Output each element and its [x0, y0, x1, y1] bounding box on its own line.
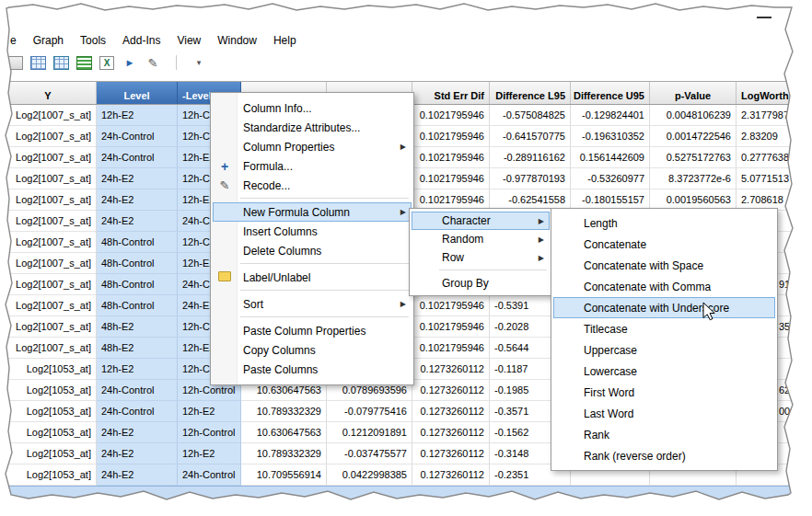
cell-y[interactable]: Log2[1007_s_at]: [0, 189, 97, 211]
formula-edit-icon[interactable]: ✎: [144, 54, 162, 71]
menu-item-column-info[interactable]: Column Info...: [213, 98, 412, 118]
menu-item-paste-columns[interactable]: Paste Columns: [213, 360, 412, 379]
menu-item-sort[interactable]: Sort▶: [213, 294, 412, 314]
cell-level2[interactable]: 12h-Control: [178, 422, 241, 443]
cell-lw[interactable]: 5.0771513: [737, 168, 812, 189]
cell-p[interactable]: 0.5275172763: [650, 147, 737, 168]
cell-level[interactable]: 24h-Control: [97, 126, 178, 147]
minimize-button[interactable]: [757, 17, 771, 18]
cell-se[interactable]: 0.1273260112: [412, 401, 490, 422]
chart-icon[interactable]: [75, 54, 93, 71]
cell-y[interactable]: Log2[1007_s_at]: [0, 105, 97, 126]
cell-p[interactable]: 0.0048106239: [650, 105, 737, 126]
cell-level[interactable]: 24h-Control: [97, 401, 178, 422]
menu-item-paste-column-properties[interactable]: Paste Column Properties: [213, 321, 412, 340]
cell-level[interactable]: 48h-E2: [97, 316, 178, 338]
cell-l95[interactable]: -0.977870193: [490, 168, 571, 189]
column-header-y[interactable]: Y: [0, 82, 97, 104]
cell-u95[interactable]: -0.196310352: [571, 126, 650, 147]
cell-c3[interactable]: 10.709556914: [241, 464, 327, 486]
cell-y[interactable]: Log2[1007_s_at]: [0, 274, 97, 295]
column-header-l95[interactable]: Difference L95: [490, 82, 571, 104]
cell-level[interactable]: 48h-Control: [97, 232, 178, 253]
cell-y[interactable]: Log2[1053_at]: [0, 443, 97, 464]
menu-item-copy-columns[interactable]: Copy Columns: [213, 340, 412, 360]
menu-item-insert-columns[interactable]: Insert Columns: [213, 222, 412, 241]
cell-level2[interactable]: 12h-E2: [178, 443, 241, 464]
column-header-p[interactable]: p-Value: [650, 82, 737, 104]
menu-item-column-properties[interactable]: Column Properties▶: [213, 137, 412, 156]
cell-y[interactable]: Log2[1007_s_at]: [0, 147, 97, 168]
cell-level[interactable]: 24h-E2: [97, 189, 178, 211]
cell-y[interactable]: Log2[1007_s_at]: [0, 316, 97, 338]
cell-y[interactable]: Log2[1053_at]: [0, 464, 97, 486]
menu-item-add-ins[interactable]: Add-Ins: [114, 31, 168, 50]
split-table-icon[interactable]: [52, 54, 70, 71]
menu-item-formula[interactable]: +Formula...: [213, 156, 412, 176]
cell-level2[interactable]: 12h-E2: [178, 401, 241, 422]
column-header-level[interactable]: Level: [97, 82, 178, 104]
excel-import-icon[interactable]: X: [98, 54, 116, 71]
menu-item-tools[interactable]: Tools: [72, 31, 114, 50]
cell-p[interactable]: 0.0014722546: [650, 126, 737, 147]
cell-l95[interactable]: -0.289116162: [490, 147, 571, 168]
menu-item-titlecase[interactable]: Titlecase: [553, 318, 775, 339]
cell-c4[interactable]: 0.1212091891: [327, 422, 412, 443]
cell-l95[interactable]: -0.575084825: [490, 105, 571, 126]
menu-item-random[interactable]: Random▶: [412, 230, 550, 248]
cell-c3[interactable]: 10.630647563: [241, 422, 327, 443]
cell-c4[interactable]: -0.079775416: [327, 401, 412, 422]
cell-u95[interactable]: -0.129824401: [571, 105, 650, 126]
menu-item-window[interactable]: Window: [209, 31, 265, 50]
cell-se[interactable]: 0.1021795946: [412, 147, 490, 168]
menu-item-last-word[interactable]: Last Word: [553, 403, 775, 424]
data-table-icon[interactable]: [29, 54, 47, 71]
cell-se[interactable]: 0.1273260112: [412, 464, 490, 486]
menu-item-recode[interactable]: ✎Recode...: [213, 176, 412, 195]
cell-se[interactable]: 0.1021795946: [412, 295, 490, 316]
cell-y[interactable]: Log2[1007_s_at]: [0, 126, 97, 147]
menu-item-rank[interactable]: Rank: [553, 424, 775, 445]
cell-se[interactable]: 0.1273260112: [412, 380, 490, 401]
menu-item-concatenate-with-underscore[interactable]: Concatenate with Underscore: [553, 297, 775, 318]
menu-item-e[interactable]: e: [2, 31, 25, 50]
cell-se[interactable]: 0.1021795946: [412, 168, 490, 189]
cell-y[interactable]: Log2[1053_at]: [0, 359, 97, 380]
cell-l95[interactable]: -0.641570775: [490, 126, 571, 147]
menu-item-concatenate-with-comma[interactable]: Concatenate with Comma: [553, 276, 775, 297]
cell-y[interactable]: Log2[1053_at]: [0, 401, 97, 422]
menu-item-lowercase[interactable]: Lowercase: [553, 361, 775, 382]
menu-item-concatenate[interactable]: Concatenate: [553, 234, 775, 255]
menu-item-graph[interactable]: Graph: [25, 31, 72, 50]
cell-c3[interactable]: 10.789332329: [241, 401, 327, 422]
cell-p[interactable]: 8.3723772e-6: [650, 168, 737, 189]
cell-level[interactable]: 48h-Control: [97, 295, 178, 316]
column-header-u95[interactable]: Difference U95: [571, 82, 650, 104]
cell-level[interactable]: 24h-E2: [97, 168, 178, 189]
cell-c4[interactable]: -0.037475577: [327, 443, 412, 464]
cell-lw[interactable]: 2.83209: [737, 126, 812, 147]
menu-item-length[interactable]: Length: [553, 212, 775, 234]
cell-level[interactable]: 24h-Control: [97, 147, 178, 168]
menu-item-view[interactable]: View: [168, 31, 209, 50]
cell-y[interactable]: Log2[1007_s_at]: [0, 295, 97, 316]
cell-se[interactable]: 0.1021795946: [412, 316, 490, 338]
menu-item-first-word[interactable]: First Word: [553, 382, 775, 403]
menu-item-rank-reverse-order[interactable]: Rank (reverse order): [553, 445, 775, 466]
cell-level[interactable]: 24h-E2: [97, 211, 178, 232]
cell-c3[interactable]: 10.789332329: [241, 443, 327, 464]
cell-u95[interactable]: -0.53260977: [571, 168, 650, 189]
cell-se[interactable]: 0.1021795946: [412, 126, 490, 147]
cell-se[interactable]: 0.1021795946: [412, 338, 490, 359]
menu-item-delete-columns[interactable]: Delete Columns: [213, 241, 412, 260]
menu-item-label-unlabel[interactable]: Label/Unlabel: [213, 268, 412, 287]
menu-item-character[interactable]: Character▶: [412, 212, 550, 230]
cell-level[interactable]: 24h-E2: [97, 464, 178, 486]
menu-item-help[interactable]: Help: [265, 31, 305, 50]
cell-level[interactable]: 48h-Control: [97, 274, 178, 295]
cell-y[interactable]: Log2[1007_s_at]: [0, 338, 97, 359]
toolbar-overflow-icon[interactable]: ▾: [190, 54, 208, 71]
cell-level[interactable]: 48h-Control: [97, 253, 178, 274]
cell-lw[interactable]: 2.3177987: [737, 105, 812, 126]
run-script-icon[interactable]: ►: [121, 54, 139, 71]
